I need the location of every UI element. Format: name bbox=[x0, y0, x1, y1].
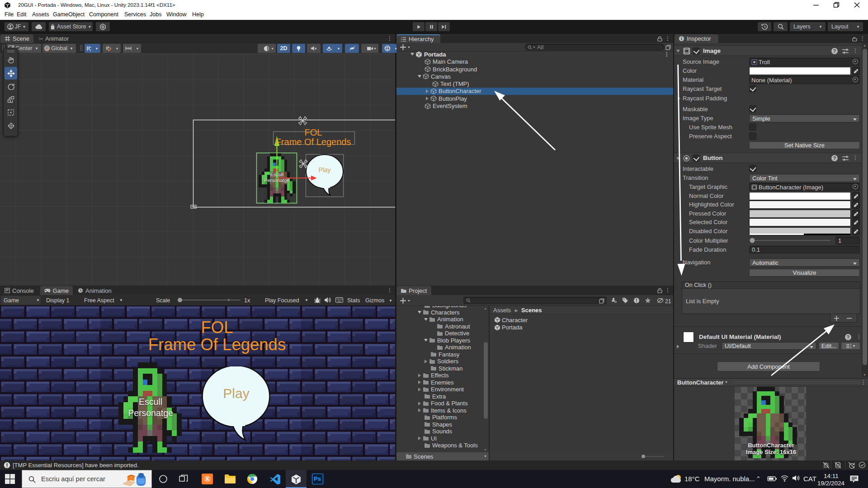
svg-text:Y: Y bbox=[89, 48, 91, 51]
svg-text:X: X bbox=[205, 476, 209, 482]
svg-text:?: ? bbox=[847, 334, 849, 340]
svg-text:?: ? bbox=[833, 48, 836, 54]
svg-text:?: ? bbox=[833, 155, 836, 161]
